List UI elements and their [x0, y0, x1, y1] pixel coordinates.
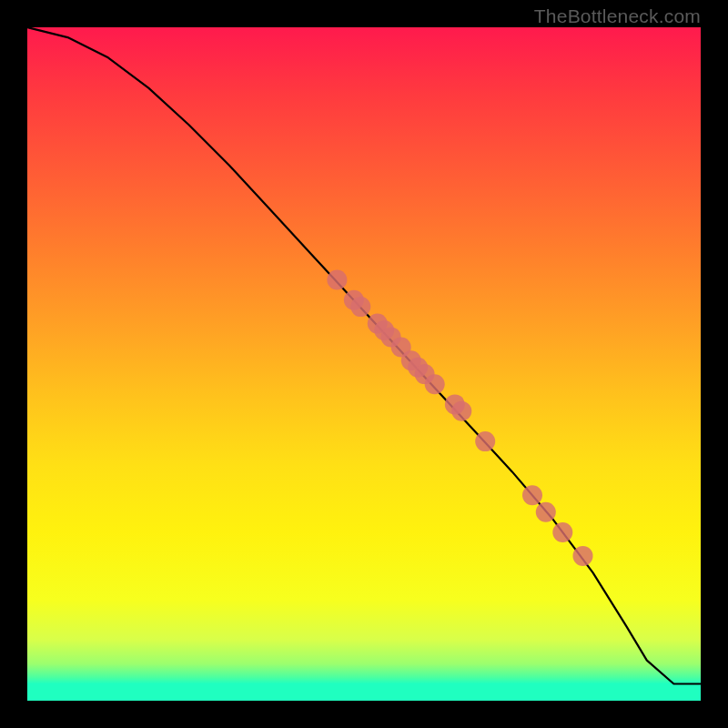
data-marker	[451, 401, 471, 421]
data-marker	[425, 374, 445, 394]
chart-frame: TheBottleneck.com	[0, 0, 728, 728]
watermark-text: TheBottleneck.com	[534, 5, 701, 27]
data-marker	[522, 485, 542, 505]
data-marker	[573, 546, 593, 566]
curve-layer	[27, 27, 701, 684]
data-marker	[536, 502, 556, 522]
plot-svg	[27, 27, 701, 701]
data-marker	[552, 522, 572, 542]
data-marker	[350, 297, 370, 317]
data-marker	[327, 270, 347, 290]
main-curve	[27, 27, 701, 684]
data-marker	[475, 431, 495, 451]
plot-area	[27, 27, 701, 701]
marker-layer	[327, 270, 592, 566]
